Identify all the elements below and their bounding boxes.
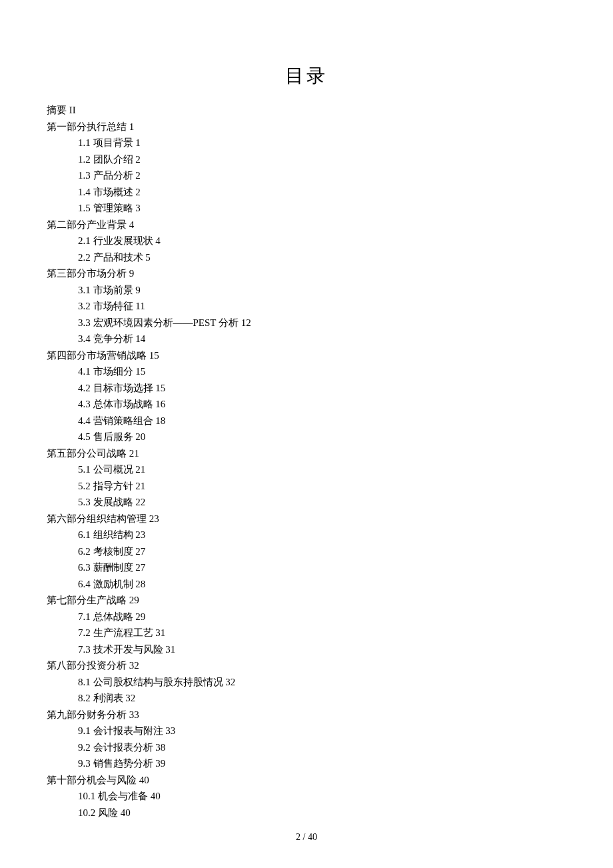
page-number-footer: 2 / 40	[0, 832, 613, 843]
toc-entry: 4.2 目标市场选择 15	[47, 380, 566, 397]
toc-entry: 9.1 会计报表与附注 33	[47, 723, 566, 739]
toc-entry: 4.1 市场细分 15	[47, 363, 566, 380]
toc-entry: 摘要 II	[47, 102, 566, 119]
toc-entry: 6.2 考核制度 27	[47, 543, 566, 560]
toc-entry: 第四部分市场营销战略 15	[47, 347, 566, 364]
toc-entry: 第十部分机会与风险 40	[47, 772, 566, 789]
toc-entry: 8.2 利润表 32	[47, 690, 566, 707]
toc-entry: 1.3 产品分析 2	[47, 167, 566, 184]
document-title: 目录	[47, 63, 566, 89]
toc-entry: 2.2 产品和技术 5	[47, 249, 566, 266]
toc-entry: 9.2 会计报表分析 38	[47, 739, 566, 756]
toc-entry: 2.1 行业发展现状 4	[47, 233, 566, 249]
toc-entry: 第六部分组织结构管理 23	[47, 511, 566, 527]
toc-entry: 第一部分执行总结 1	[47, 119, 566, 135]
toc-entry: 第三部分市场分析 9	[47, 265, 566, 282]
toc-entry: 6.3 薪酬制度 27	[47, 559, 566, 576]
toc-entry: 5.3 发展战略 22	[47, 494, 566, 511]
toc-entry: 第七部分生产战略 29	[47, 592, 566, 609]
toc-entry: 10.1 机会与准备 40	[47, 788, 566, 805]
toc-entry: 第八部分投资分析 32	[47, 657, 566, 674]
toc-entry: 第二部分产业背景 4	[47, 217, 566, 233]
toc-entry: 4.3 总体市场战略 16	[47, 396, 566, 413]
toc-entry: 3.4 竞争分析 14	[47, 331, 566, 347]
toc-entry: 4.5 售后服务 20	[47, 429, 566, 445]
toc-entry: 1.2 团队介绍 2	[47, 151, 566, 168]
toc-entry: 8.1 公司股权结构与股东持股情况 32	[47, 674, 566, 691]
toc-entry: 1.5 管理策略 3	[47, 200, 566, 217]
toc-entry: 6.4 激励机制 28	[47, 576, 566, 593]
toc-entry: 5.1 公司概况 21	[47, 461, 566, 478]
toc-entry: 9.3 销售趋势分析 39	[47, 755, 566, 772]
toc-entry: 10.2 风险 40	[47, 805, 566, 821]
toc-entry: 第九部分财务分析 33	[47, 707, 566, 723]
toc-entry: 6.1 组织结构 23	[47, 527, 566, 543]
toc-entry: 3.3 宏观环境因素分析——PEST 分析 12	[47, 315, 566, 331]
toc-entry: 4.4 营销策略组合 18	[47, 413, 566, 429]
toc-entry: 1.4 市场概述 2	[47, 184, 566, 201]
toc-entry: 第五部分公司战略 21	[47, 445, 566, 462]
toc-entry: 7.3 技术开发与风险 31	[47, 641, 566, 658]
toc-entry: 3.1 市场前景 9	[47, 282, 566, 299]
toc-entry: 3.2 市场特征 11	[47, 298, 566, 315]
table-of-contents: 摘要 II第一部分执行总结 11.1 项目背景 11.2 团队介绍 21.3 产…	[47, 102, 566, 821]
toc-entry: 7.1 总体战略 29	[47, 609, 566, 625]
toc-entry: 5.2 指导方针 21	[47, 478, 566, 495]
toc-entry: 7.2 生产流程工艺 31	[47, 625, 566, 641]
toc-entry: 1.1 项目背景 1	[47, 135, 566, 151]
